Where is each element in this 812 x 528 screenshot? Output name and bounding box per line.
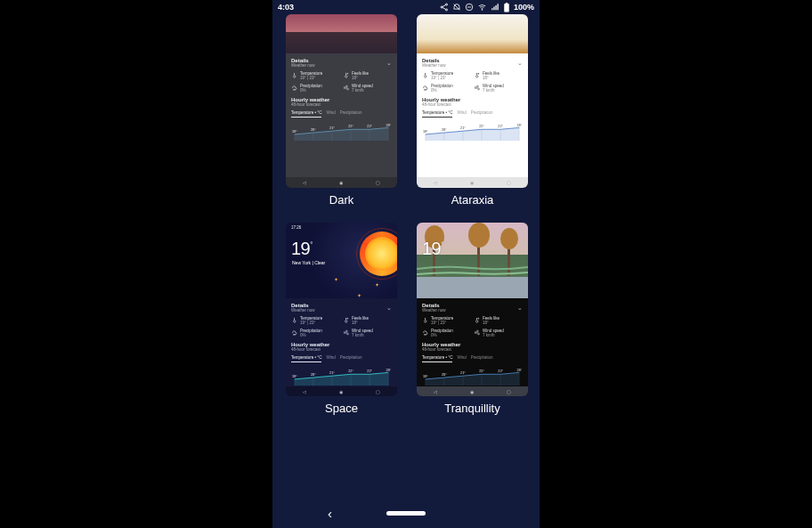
theme-label-tranquillity: Tranquillity <box>444 402 499 415</box>
theme-cell-space: 17:26 19° New York | Clear ✦ ✦ ✦ <box>286 223 397 415</box>
hourly-tabs[interactable]: Temperature • °CWindPrecipitation <box>422 110 523 118</box>
location-line: New York | Clear <box>292 260 325 265</box>
tab-0[interactable]: Temperature • °C <box>422 110 452 118</box>
detail-wind: Wind speed7 km/h <box>343 84 392 93</box>
therm-icon <box>422 72 428 78</box>
svg-point-51 <box>500 228 518 249</box>
hourly-sub: 48-hour forecast <box>422 347 523 352</box>
hourly-chart: 19°20°21°22°22°23° <box>422 364 523 386</box>
tab-2[interactable]: Precipitation <box>471 355 493 362</box>
theme-cell-ataraxia: ⌄ Details Weather now Temperature19° | 2… <box>417 14 528 207</box>
precip-icon <box>291 85 297 91</box>
tab-0[interactable]: Temperature • °C <box>422 355 452 362</box>
details-sub: Weather now <box>422 308 523 313</box>
svg-text:20°: 20° <box>442 128 447 132</box>
detail-therm: Temperature19° | 23° <box>291 316 340 325</box>
tab-2[interactable]: Precipitation <box>471 110 493 118</box>
tab-1[interactable]: Wind <box>326 355 335 362</box>
detail-therm: Temperature19° | 23° <box>291 71 340 80</box>
hourly-tabs[interactable]: Temperature • °CWindPrecipitation <box>422 355 523 362</box>
gesture-pill[interactable] <box>386 511 426 516</box>
tab-2[interactable]: Precipitation <box>340 110 362 118</box>
hourly-sub: 48-hour forecast <box>291 102 392 107</box>
svg-text:21°: 21° <box>460 371 466 375</box>
therm-icon <box>291 72 297 78</box>
theme-card-dark[interactable]: ⌄ Details Weather now Temperature19° | 2… <box>286 14 397 188</box>
details-grid: Temperature19° | 23°Feels like18°Precipi… <box>291 71 392 93</box>
theme-card-ataraxia[interactable]: ⌄ Details Weather now Temperature19° | 2… <box>417 14 528 188</box>
system-gesture-bar: ‹ <box>272 498 540 528</box>
svg-text:23°: 23° <box>516 368 522 371</box>
status-icons: 100% <box>440 3 534 12</box>
tab-0[interactable]: Temperature • °C <box>291 355 321 362</box>
detail-therm2: Feels like18° <box>343 316 392 325</box>
dnd-icon <box>465 3 474 12</box>
precip-icon <box>422 85 428 91</box>
svg-text:22°: 22° <box>367 125 372 128</box>
wind-icon <box>474 329 480 336</box>
details-panel: ⌄ Details Weather now Temperature19° | 2… <box>286 53 397 177</box>
hourly-chart: 19°20°21°22°22°23° <box>291 364 392 386</box>
battery-icon <box>503 3 510 12</box>
therm2-icon <box>474 72 480 78</box>
svg-text:21°: 21° <box>460 126 466 130</box>
details-grid: Temperature19° | 23°Feels like18°Precipi… <box>422 71 523 93</box>
status-time: 4:03 <box>278 3 294 12</box>
details-panel: ⌄ Details Weather now Temperature19° | 2… <box>286 298 397 386</box>
battery-pct: 100% <box>514 3 534 12</box>
svg-text:22°: 22° <box>367 370 372 373</box>
phone-frame: 4:03 100% ⌄ Details Weather now Temperat… <box>272 0 540 528</box>
hourly-tabs[interactable]: Temperature • °CWindPrecipitation <box>291 355 392 362</box>
detail-precip: Precipitation0% <box>422 329 471 337</box>
svg-text:20°: 20° <box>311 128 316 132</box>
theme-label-dark: Dark <box>329 193 353 207</box>
details-sub: Weather now <box>291 308 392 313</box>
mini-navbar: ◁◉▢ <box>286 177 397 188</box>
detail-therm2: Feels like18° <box>343 71 392 80</box>
alarm-off-icon <box>452 3 461 12</box>
detail-wind: Wind speed7 km/h <box>343 329 392 337</box>
precip-icon <box>422 329 428 336</box>
theme-card-tranquillity[interactable]: 19° ⌄ Details Weather now Temperature19°… <box>417 223 528 396</box>
details-grid: Temperature19° | 23°Feels like18°Precipi… <box>291 316 392 337</box>
tab-1[interactable]: Wind <box>457 355 466 362</box>
back-icon[interactable]: ‹ <box>328 506 332 521</box>
svg-text:22°: 22° <box>348 125 353 128</box>
theme-hero-dark <box>286 14 397 53</box>
svg-point-20 <box>478 73 479 74</box>
svg-text:22°: 22° <box>479 125 484 128</box>
detail-precip: Precipitation0% <box>291 329 340 337</box>
share-icon <box>440 3 449 12</box>
svg-text:21°: 21° <box>329 126 335 130</box>
svg-text:20°: 20° <box>442 373 447 377</box>
svg-text:22°: 22° <box>348 370 353 373</box>
mini-navbar: ◁◉▢ <box>286 386 397 396</box>
svg-point-7 <box>347 73 348 74</box>
therm2-icon <box>474 317 480 323</box>
theme-card-space[interactable]: 17:26 19° New York | Clear ✦ ✦ ✦ <box>286 223 397 396</box>
svg-text:19°: 19° <box>292 130 297 134</box>
details-panel: ⌄ Details Weather now Temperature19° | 2… <box>417 53 528 177</box>
svg-point-4 <box>482 10 483 11</box>
svg-text:20°: 20° <box>311 373 316 377</box>
tab-1[interactable]: Wind <box>326 110 335 118</box>
svg-rect-6 <box>506 3 508 4</box>
tab-1[interactable]: Wind <box>457 110 466 118</box>
details-sub: Weather now <box>291 63 392 68</box>
detail-precip: Precipitation0% <box>422 84 471 93</box>
theme-cell-dark: ⌄ Details Weather now Temperature19° | 2… <box>286 14 397 207</box>
detail-therm: Temperature19° | 23° <box>422 316 471 325</box>
hourly-tabs[interactable]: Temperature • °CWindPrecipitation <box>291 110 392 118</box>
details-panel: ⌄ Details Weather now Temperature19° | 2… <box>417 298 528 386</box>
svg-text:21°: 21° <box>329 371 335 375</box>
theme-hero-ataraxia <box>417 14 528 53</box>
hourly-chart: 19°20°21°22°22°23° <box>291 119 392 142</box>
wind-icon <box>343 329 349 336</box>
svg-point-50 <box>468 223 490 248</box>
detail-therm2: Feels like18° <box>474 316 523 325</box>
tab-2[interactable]: Precipitation <box>340 355 362 362</box>
tab-0[interactable]: Temperature • °C <box>291 110 321 118</box>
theme-grid: ⌄ Details Weather now Temperature19° | 2… <box>272 14 540 422</box>
hourly-sub: 48-hour forecast <box>422 102 523 107</box>
mini-navbar: ◁◉▢ <box>417 386 528 396</box>
